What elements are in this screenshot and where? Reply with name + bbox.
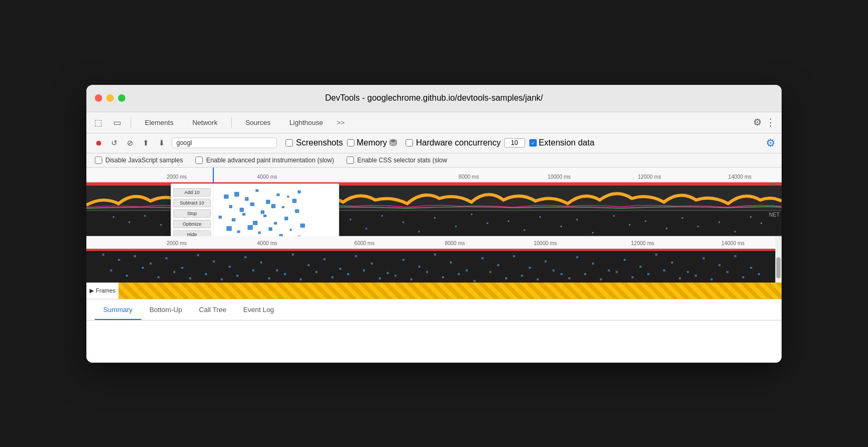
mark-8000: 8000 ms	[459, 174, 479, 180]
download-button[interactable]: ⬇	[156, 137, 167, 149]
svg-rect-64	[497, 264, 499, 266]
tab-call-tree[interactable]: Call Tree	[191, 299, 235, 320]
css-stats-label: Enable CSS selector stats (slow	[357, 157, 447, 164]
scatter-dot	[248, 225, 253, 230]
svg-rect-84	[157, 276, 160, 278]
tab-elements[interactable]: Elements	[140, 116, 179, 129]
mark-4000: 4000 ms	[257, 174, 277, 180]
popup-stop-btn[interactable]: Stop	[173, 209, 211, 218]
js-samples-checkbox[interactable]	[95, 157, 102, 164]
css-stats-checkbox[interactable]	[347, 157, 354, 164]
svg-rect-44	[181, 267, 183, 269]
ext-data-label: Extension data	[539, 138, 595, 148]
scatter-dot	[295, 209, 299, 213]
mark-12000: 12000 ms	[638, 174, 661, 180]
upload-button[interactable]: ⬆	[140, 137, 152, 149]
option-js-samples[interactable]: Disable JavaScript samples	[95, 156, 183, 165]
mark-14000: 14000 ms	[728, 174, 752, 180]
svg-rect-22	[487, 222, 488, 224]
tab-bottom-up[interactable]: Bottom-Up	[141, 299, 191, 320]
timeline-top[interactable]: 2000 ms 4000 ms 8000 ms 10000 ms 12000 m…	[86, 168, 782, 236]
memory-checkbox[interactable]	[347, 139, 354, 147]
svg-rect-40	[118, 259, 120, 261]
tab-summary[interactable]: Summary	[95, 299, 141, 320]
hardware-checkbox[interactable]	[406, 139, 413, 147]
minimize-button[interactable]	[106, 94, 114, 102]
scrollbar-thumb[interactable]	[776, 257, 781, 278]
memory-section: Memory ⛃	[347, 137, 397, 149]
scatter-dot	[266, 200, 270, 204]
hardware-section: Hardware concurrency 10	[406, 138, 525, 148]
window-controls	[95, 94, 125, 102]
popup-subtract-btn[interactable]: Subtract 10	[173, 199, 211, 207]
device-icon[interactable]: ▭	[112, 117, 122, 128]
hardware-value-input[interactable]: 10	[504, 138, 525, 148]
svg-rect-116	[663, 269, 665, 271]
timeline-bottom: 2000 ms 4000 ms 6000 ms 8000 ms 10000 ms…	[86, 236, 782, 283]
timeline-scrollbar[interactable]	[775, 236, 782, 283]
ext-data-checkbox[interactable]: ✓	[529, 139, 537, 147]
mark-10000: 10000 ms	[548, 174, 571, 180]
svg-rect-109	[553, 269, 555, 271]
svg-rect-82	[126, 275, 128, 277]
svg-rect-105	[489, 271, 491, 273]
svg-rect-81	[110, 269, 112, 271]
popup-optimize-btn[interactable]: Optimize	[173, 220, 211, 228]
record-button[interactable]: ⏺	[93, 137, 104, 149]
svg-rect-54	[339, 268, 341, 270]
scatter-dot	[282, 206, 284, 209]
frames-triangle[interactable]: ▶	[90, 287, 94, 294]
svg-rect-118	[695, 275, 697, 277]
bmark-10000: 10000 ms	[534, 240, 557, 246]
tab-lighthouse[interactable]: Lighthouse	[284, 116, 329, 129]
option-css-stats[interactable]: Enable CSS selector stats (slow	[347, 156, 447, 165]
svg-rect-19	[434, 217, 436, 219]
svg-rect-93	[300, 278, 302, 280]
svg-rect-71	[608, 269, 610, 271]
cursor-icon[interactable]: ⬚	[93, 117, 103, 128]
scatter-dot	[253, 221, 258, 226]
more-tabs[interactable]: >>	[337, 119, 344, 127]
tab-sources[interactable]: Sources	[240, 116, 276, 129]
reload-button[interactable]: ↺	[108, 137, 120, 149]
screenshots-checkbox[interactable]	[285, 139, 293, 147]
scatter-dot	[287, 196, 289, 198]
svg-rect-107	[521, 275, 523, 277]
scatter-dot	[277, 193, 280, 197]
bmark-6000: 6000 ms	[354, 240, 374, 246]
svg-rect-0	[113, 216, 114, 218]
svg-rect-57	[387, 272, 389, 274]
stop-button[interactable]: ⊘	[124, 137, 136, 149]
rec-toolbar: ⏺ ↺ ⊘ ⬆ ⬇ googl Screenshots Memory ⛃ Har…	[86, 133, 782, 153]
window-title: DevTools - googlechrome.github.io/devtoo…	[325, 93, 543, 103]
menu-icon[interactable]: ⋮	[766, 116, 775, 128]
settings-icon[interactable]: ⚙	[753, 116, 762, 128]
js-samples-label: Disable JavaScript samples	[105, 157, 183, 164]
svg-rect-102	[442, 276, 444, 278]
tab-network[interactable]: Network	[187, 116, 223, 129]
scatter-dot	[250, 202, 254, 207]
svg-rect-34	[697, 226, 699, 227]
popup-hide-btn[interactable]: Hide	[173, 230, 211, 236]
svg-rect-18	[418, 231, 420, 232]
main-toolbar: ⬚ ▭ Elements Network Sources Lighthouse …	[86, 112, 782, 133]
svg-rect-89	[236, 275, 239, 277]
svg-rect-55	[355, 255, 357, 257]
popup-add-btn[interactable]: Add 10	[173, 188, 211, 197]
svg-rect-41	[134, 255, 136, 257]
scatter-dot	[279, 234, 283, 236]
tab-event-log[interactable]: Event Log	[235, 299, 283, 320]
maximize-button[interactable]	[118, 94, 125, 102]
option-paint[interactable]: Enable advanced paint instrumentation (s…	[195, 156, 334, 165]
svg-rect-117	[679, 277, 681, 279]
close-button[interactable]	[95, 94, 102, 102]
svg-rect-74	[655, 254, 657, 256]
svg-rect-114	[632, 276, 634, 278]
perf-settings-icon[interactable]: ⚙	[766, 137, 775, 149]
svg-rect-77	[703, 257, 705, 259]
paint-checkbox[interactable]	[195, 157, 203, 164]
svg-rect-60	[434, 254, 436, 256]
svg-rect-120	[726, 271, 728, 273]
svg-rect-75	[671, 261, 673, 264]
svg-rect-78	[718, 264, 721, 266]
